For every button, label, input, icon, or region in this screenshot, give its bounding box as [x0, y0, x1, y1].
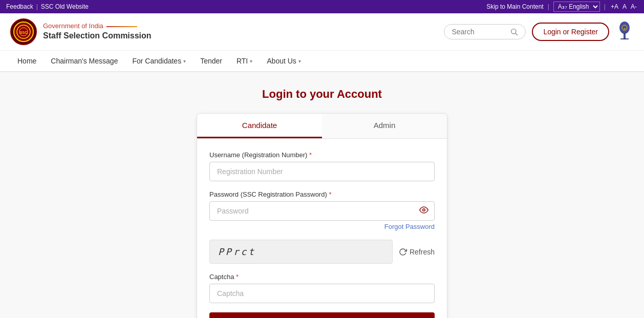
username-input[interactable]	[209, 162, 435, 181]
header-left: SSC Government of India Staff Selection …	[10, 18, 152, 45]
password-input[interactable]	[209, 201, 435, 221]
font-normal-btn[interactable]: A	[621, 3, 628, 11]
nav-home[interactable]: Home	[10, 51, 44, 71]
captcha-input[interactable]	[209, 284, 435, 303]
login-card: Candidate Admin Username (Registration N…	[197, 113, 447, 318]
captcha-row: PPrct Refresh	[209, 240, 435, 264]
search-box	[444, 24, 526, 39]
header-right: Login or Register ✦	[444, 20, 634, 43]
username-group: Username (Registration Number) *	[209, 151, 435, 181]
feedback-link[interactable]: Feedback	[6, 3, 33, 10]
login-form-body: Username (Registration Number) * Passwor…	[197, 139, 447, 318]
for-candidates-chevron: ▾	[183, 58, 186, 64]
top-bar: Feedback | SSC Old Website Skip to Main …	[0, 0, 644, 13]
rti-chevron: ▾	[250, 58, 252, 64]
svg-text:✦: ✦	[624, 27, 626, 30]
login-tabs: Candidate Admin	[197, 114, 447, 139]
svg-point-10	[423, 209, 425, 211]
org-name-line1: Government of India	[43, 22, 152, 31]
tab-admin[interactable]: Admin	[322, 114, 447, 138]
logo-emblem: SSC	[13, 22, 34, 42]
refresh-captcha-button[interactable]: Refresh	[399, 248, 435, 256]
ssc-old-link[interactable]: SSC Old Website	[41, 3, 89, 10]
top-bar-right: Skip to Main Content | A₃₇ English | +A …	[486, 2, 638, 12]
header: SSC Government of India Staff Selection …	[0, 13, 644, 51]
divider: |	[36, 3, 38, 10]
skip-link[interactable]: Skip to Main Content	[486, 3, 543, 10]
search-icon	[510, 28, 518, 36]
tab-candidate[interactable]: Candidate	[197, 114, 322, 138]
font-controls: +A A A-	[610, 3, 638, 11]
nav-about-us[interactable]: About Us ▾	[260, 51, 308, 71]
captcha-label: Captcha *	[209, 273, 435, 281]
password-group: Password (SSC Registration Password) * F…	[209, 190, 435, 230]
main-content: Login to your Account Candidate Admin Us…	[0, 72, 644, 318]
page-title: Login to your Account	[262, 88, 382, 101]
username-required: *	[309, 151, 312, 159]
svg-text:SSC: SSC	[20, 31, 27, 34]
skip-to-content: Skip to Main Content	[486, 3, 543, 10]
refresh-icon	[399, 248, 407, 256]
captcha-image: PPrct	[209, 240, 393, 264]
nav-chairmans-message[interactable]: Chairman's Message	[44, 51, 125, 71]
nav-tender[interactable]: Tender	[193, 51, 229, 71]
org-name-line2: Staff Selection Commission	[43, 31, 152, 41]
top-bar-left: Feedback | SSC Old Website	[6, 3, 89, 10]
svg-line-4	[516, 33, 518, 35]
org-logo: SSC	[10, 18, 37, 45]
main-nav: Home Chairman's Message For Candidates ▾…	[0, 51, 644, 72]
nav-rti[interactable]: RTI ▾	[229, 51, 260, 71]
org-name: Government of India Staff Selection Comm…	[43, 22, 152, 41]
search-input[interactable]	[452, 28, 507, 36]
ashoka-emblem: ✦	[615, 20, 634, 43]
font-decrease-btn[interactable]: A-	[630, 3, 638, 11]
captcha-group: Captcha *	[209, 273, 435, 303]
font-increase-btn[interactable]: +A	[610, 3, 619, 11]
about-us-chevron: ▾	[298, 58, 301, 64]
language-select[interactable]: A₃₇ English	[553, 2, 600, 12]
login-register-button[interactable]: Login or Register	[532, 23, 609, 41]
svg-rect-7	[620, 38, 629, 39]
toggle-password-icon[interactable]	[419, 205, 428, 217]
username-label: Username (Registration Number) *	[209, 151, 435, 159]
password-label: Password (SSC Registration Password) *	[209, 190, 435, 198]
forgot-password-link[interactable]: Forgot Password	[209, 223, 435, 230]
captcha-required: *	[236, 273, 239, 281]
nav-for-candidates[interactable]: For Candidates ▾	[125, 51, 193, 71]
password-wrapper	[209, 201, 435, 221]
login-submit-button[interactable]: Login	[209, 312, 435, 318]
password-required: *	[329, 190, 331, 198]
